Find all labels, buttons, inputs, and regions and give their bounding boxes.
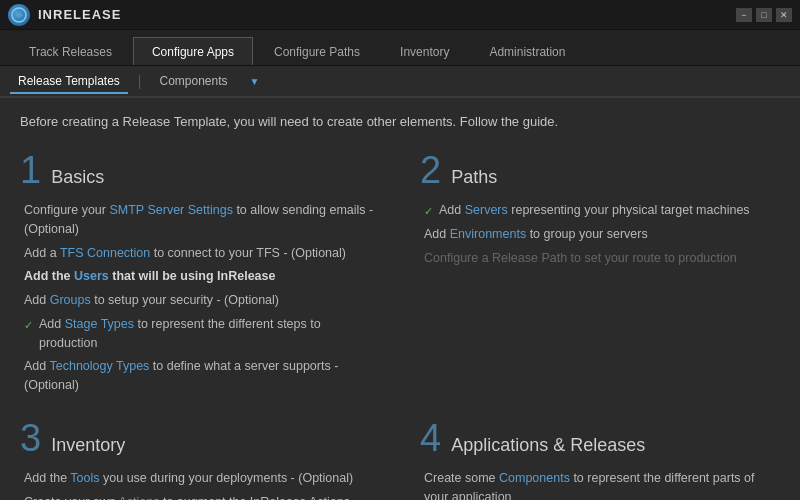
sections-grid: 1 Basics Configure your SMTP Server Sett…: [20, 151, 780, 500]
actions-link[interactable]: Actions: [119, 495, 160, 501]
list-item: Add Technology Types to define what a se…: [24, 357, 380, 395]
item-text: Create your own Actions to augment the I…: [24, 493, 380, 501]
technology-types-link[interactable]: Technology Types: [50, 359, 150, 373]
list-item-disabled: Configure a Release Path to set your rou…: [424, 249, 780, 268]
sub-nav-separator: |: [138, 73, 142, 89]
section-basics-title: Basics: [51, 167, 104, 188]
servers-link[interactable]: Servers: [465, 203, 508, 217]
section-inventory: 3 Inventory Add the Tools you use during…: [20, 419, 380, 500]
list-item: Add the Tools you use during your deploy…: [24, 469, 380, 488]
section-paths-number: 2: [420, 151, 441, 189]
app-title: INRELEASE: [38, 7, 121, 22]
stage-types-link[interactable]: Stage Types: [65, 317, 134, 331]
titlebar-controls: − □ ✕: [736, 8, 792, 22]
list-item: ✓ Add Servers representing your physical…: [424, 201, 780, 220]
list-item: ✓ Add Stage Types to represent the diffe…: [24, 315, 380, 353]
nav-tab-administration[interactable]: Administration: [470, 37, 584, 65]
list-item: Create your own Actions to augment the I…: [24, 493, 380, 501]
list-item-users: Add the Users that will be using InRelea…: [24, 267, 380, 286]
item-text: Add Technology Types to define what a se…: [24, 357, 380, 395]
tools-link[interactable]: Tools: [70, 471, 99, 485]
section-basics-number: 1: [20, 151, 41, 189]
section-apps-releases-number: 4: [420, 419, 441, 457]
groups-link[interactable]: Groups: [50, 293, 91, 307]
section-paths: 2 Paths ✓ Add Servers representing your …: [420, 151, 780, 395]
section-basics-items: Configure your SMTP Server Settings to a…: [20, 201, 380, 395]
item-text: Configure your SMTP Server Settings to a…: [24, 201, 380, 239]
dropdown-arrow-icon: ▼: [250, 76, 260, 87]
titlebar: INRELEASE − □ ✕: [0, 0, 800, 30]
tfs-link[interactable]: TFS Connection: [60, 246, 150, 260]
item-text: Add Stage Types to represent the differe…: [39, 315, 380, 353]
users-link[interactable]: Users: [74, 269, 109, 283]
app-logo: [8, 4, 30, 26]
item-text: Add a TFS Connection to connect to your …: [24, 244, 346, 263]
list-item: Add Groups to setup your security - (Opt…: [24, 291, 380, 310]
item-text: Create some Components to represent the …: [424, 469, 780, 500]
list-item: Configure your SMTP Server Settings to a…: [24, 201, 380, 239]
sub-nav-tab-components[interactable]: Components: [151, 70, 235, 94]
section-inventory-number: 3: [20, 419, 41, 457]
section-paths-title: Paths: [451, 167, 497, 188]
item-text: Configure a Release Path to set your rou…: [424, 249, 737, 268]
section-apps-releases-items: Create some Components to represent the …: [420, 469, 780, 500]
minimize-button[interactable]: −: [736, 8, 752, 22]
sub-nav-tab-release-templates[interactable]: Release Templates: [10, 70, 128, 94]
section-basics: 1 Basics Configure your SMTP Server Sett…: [20, 151, 380, 395]
item-text: Add the Tools you use during your deploy…: [24, 469, 353, 488]
section-paths-items: ✓ Add Servers representing your physical…: [420, 201, 780, 267]
smtp-link[interactable]: SMTP Server Settings: [109, 203, 232, 217]
item-text: Add Environments to group your servers: [424, 225, 648, 244]
close-button[interactable]: ✕: [776, 8, 792, 22]
section-apps-releases-title: Applications & Releases: [451, 435, 645, 456]
item-text: Add the Users that will be using InRelea…: [24, 267, 275, 286]
titlebar-left: INRELEASE: [8, 4, 121, 26]
nav-tab-inventory[interactable]: Inventory: [381, 37, 468, 65]
environments-link[interactable]: Environments: [450, 227, 526, 241]
section-applications-releases: 4 Applications & Releases Create some Co…: [420, 419, 780, 500]
list-item: Create some Components to represent the …: [424, 469, 780, 500]
item-text: Add Servers representing your physical t…: [439, 201, 750, 220]
check-icon: ✓: [424, 203, 433, 220]
section-apps-releases-header: 4 Applications & Releases: [420, 419, 780, 457]
nav-tab-configure-apps[interactable]: Configure Apps: [133, 37, 253, 65]
section-paths-header: 2 Paths: [420, 151, 780, 189]
guide-intro-text: Before creating a Release Template, you …: [20, 114, 780, 129]
section-inventory-header: 3 Inventory: [20, 419, 380, 457]
components-link[interactable]: Components: [499, 471, 570, 485]
item-text: Add Groups to setup your security - (Opt…: [24, 291, 279, 310]
check-icon: ✓: [24, 317, 33, 334]
main-content: Before creating a Release Template, you …: [0, 98, 800, 500]
list-item: Add a TFS Connection to connect to your …: [24, 244, 380, 263]
section-inventory-title: Inventory: [51, 435, 125, 456]
maximize-button[interactable]: □: [756, 8, 772, 22]
nav-tab-track-releases[interactable]: Track Releases: [10, 37, 131, 65]
nav-tab-configure-paths[interactable]: Configure Paths: [255, 37, 379, 65]
list-item: Add Environments to group your servers: [424, 225, 780, 244]
nav-bar: Track Releases Configure Apps Configure …: [0, 30, 800, 66]
section-inventory-items: Add the Tools you use during your deploy…: [20, 469, 380, 500]
section-basics-header: 1 Basics: [20, 151, 380, 189]
sub-nav: Release Templates | Components ▼: [0, 66, 800, 98]
